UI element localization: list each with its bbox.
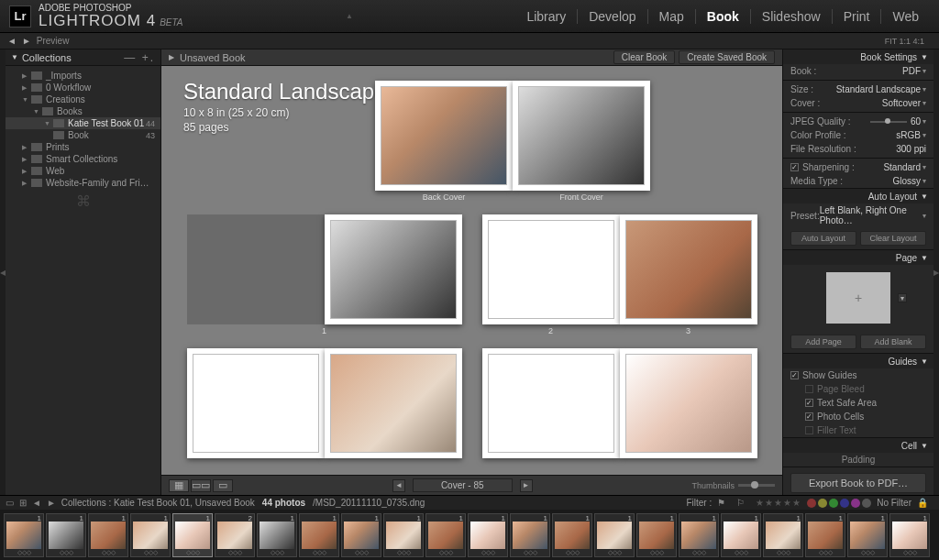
jpeg-slider[interactable]	[870, 121, 907, 123]
tree-item[interactable]: ▼Books	[6, 105, 160, 117]
second-window-icon[interactable]: ▭	[6, 498, 14, 508]
filmstrip-thumb[interactable]: 1◇◇◇	[46, 513, 86, 557]
page-prev-button[interactable]: ◄	[392, 479, 405, 492]
filmstrip-thumb[interactable]: 1◇◇◇	[299, 513, 339, 557]
module-develop[interactable]: Develop	[578, 9, 647, 24]
spread-view-button[interactable]: ▭▭	[191, 479, 211, 492]
textsafe-check[interactable]: ✓	[805, 399, 813, 407]
filmstrip-thumb[interactable]: 1◇◇◇	[721, 513, 761, 557]
book-canvas[interactable]: Standard Landscape 10 x 8 in (25 x 20 cm…	[161, 66, 782, 475]
tree-item[interactable]: ▶Smart Collections	[6, 153, 160, 165]
module-web[interactable]: Web	[881, 9, 930, 24]
filter-preset[interactable]: No Filter	[877, 498, 911, 508]
nav-back-icon[interactable]: ◄	[32, 498, 41, 508]
add-page-button[interactable]: Add Page	[790, 335, 856, 349]
filmstrip[interactable]: 1◇◇◇1◇◇◇1◇◇◇1◇◇◇1◇◇◇2◇◇◇1◇◇◇1◇◇◇1◇◇◇1◇◇◇…	[0, 510, 939, 560]
filmstrip-thumb[interactable]: 1◇◇◇	[763, 513, 803, 557]
thumb-size-slider[interactable]	[738, 484, 775, 487]
filmstrip-thumb[interactable]: 1◇◇◇	[847, 513, 888, 557]
filmstrip-thumb[interactable]: 1◇◇◇	[510, 513, 550, 557]
cell-header[interactable]: Cell▼	[783, 438, 933, 453]
tree-item[interactable]: Book43	[6, 129, 160, 141]
page-next-button[interactable]: ►	[520, 479, 533, 492]
preview-label[interactable]: Preview	[37, 36, 70, 46]
book-type-select[interactable]: PDF	[902, 66, 921, 76]
module-slideshow[interactable]: Slideshow	[751, 9, 833, 24]
back-cover-page[interactable]	[375, 81, 513, 191]
filmstrip-path[interactable]: Collections : Katie Test Book 01, Unsave…	[61, 498, 255, 508]
module-map[interactable]: Map	[648, 9, 696, 24]
cover-select[interactable]: Softcover	[882, 98, 921, 108]
page-4[interactable]	[187, 348, 325, 458]
page-5[interactable]	[325, 348, 462, 458]
collections-controls[interactable]: — +.	[124, 51, 155, 64]
filmstrip-thumb[interactable]: 1◇◇◇	[552, 513, 592, 557]
bleed-check[interactable]	[805, 385, 813, 393]
book-settings-header[interactable]: Book Settings▼	[783, 49, 933, 64]
filmstrip-thumb[interactable]: 1◇◇◇	[425, 513, 466, 557]
nav-fwd-icon[interactable]: ►	[47, 498, 56, 508]
show-guides-check[interactable]: ✓	[790, 371, 799, 379]
nav-back-icon[interactable]: ◄	[7, 36, 17, 46]
filler-check[interactable]	[805, 426, 813, 434]
tree-item[interactable]: ▶Prints	[6, 141, 160, 153]
preset-select[interactable]: Left Blank, Right One Photo…	[820, 205, 921, 225]
front-cover-page[interactable]	[513, 81, 650, 191]
page-indicator[interactable]: Cover - 85	[413, 478, 513, 492]
filter-lock-icon[interactable]: 🔒	[917, 498, 928, 508]
page-3[interactable]	[620, 214, 757, 324]
tree-item[interactable]: ▶0 Workflow	[6, 82, 160, 93]
tree-item[interactable]: ▶Web	[6, 165, 160, 177]
tree-item[interactable]: ▶_Imports	[6, 70, 160, 82]
filmstrip-thumb[interactable]: 1◇◇◇	[889, 513, 930, 557]
filmstrip-thumb[interactable]: 1◇◇◇	[172, 513, 213, 557]
filmstrip-thumb[interactable]: 1◇◇◇	[468, 513, 508, 557]
nav-fwd-icon[interactable]: ►	[22, 36, 31, 46]
auto-layout-button[interactable]: Auto Layout	[790, 231, 856, 246]
media-select[interactable]: Glossy	[892, 176, 921, 186]
clear-book-button[interactable]: Clear Book	[613, 50, 675, 64]
collapse-top-icon[interactable]: ▲	[346, 12, 353, 20]
single-view-button[interactable]: ▭	[213, 479, 233, 492]
page-6[interactable]	[482, 348, 620, 458]
res-value[interactable]: 300 ppi	[896, 144, 926, 154]
auto-layout-header[interactable]: Auto Layout▼	[783, 189, 933, 203]
jpeg-value[interactable]: 60	[911, 116, 921, 126]
filmstrip-thumb[interactable]: 1◇◇◇	[636, 513, 677, 557]
template-menu-button[interactable]: ▾	[898, 293, 907, 302]
grid-icon[interactable]: ⊞	[19, 498, 27, 508]
filmstrip-thumb[interactable]: 1◇◇◇	[679, 513, 719, 557]
collections-header[interactable]: ▼ Collections — +.	[6, 49, 160, 66]
size-select[interactable]: Standard Landscape	[836, 84, 921, 94]
page-header[interactable]: Page▼	[783, 250, 933, 265]
filmstrip-thumb[interactable]: 1◇◇◇	[4, 513, 44, 557]
filmstrip-thumb[interactable]: 1◇◇◇	[383, 513, 424, 557]
page-template-preview[interactable]: + ▾	[826, 272, 890, 324]
clear-layout-button[interactable]: Clear Layout	[860, 231, 926, 246]
module-book[interactable]: Book	[696, 9, 751, 24]
create-saved-book-button[interactable]: Create Saved Book	[679, 50, 775, 64]
module-print[interactable]: Print	[833, 9, 882, 24]
multi-page-view-button[interactable]: ▦	[169, 479, 189, 492]
page-1[interactable]	[325, 214, 462, 324]
cells-check[interactable]: ✓	[805, 412, 813, 421]
sharp-check[interactable]: ✓	[790, 163, 799, 171]
right-handle[interactable]: ▶	[933, 49, 939, 495]
filmstrip-thumb[interactable]: 1◇◇◇	[594, 513, 635, 557]
tree-item[interactable]: ▼Creations	[6, 93, 160, 105]
export-pdf-button[interactable]: Export Book to PDF…	[790, 473, 926, 493]
page-7[interactable]	[620, 348, 757, 458]
star-filter[interactable]: ★★★★★	[756, 498, 801, 508]
module-library[interactable]: Library	[515, 9, 578, 24]
filmstrip-thumb[interactable]: 1◇◇◇	[88, 513, 128, 557]
sharp-select[interactable]: Standard	[883, 162, 921, 172]
color-filter[interactable]	[807, 499, 871, 508]
tree-item[interactable]: ▼Katie Test Book 0144	[6, 117, 160, 129]
tree-item[interactable]: ▶Website-Family and Fri…	[6, 177, 160, 189]
filmstrip-thumb[interactable]: 1◇◇◇	[805, 513, 845, 557]
profile-select[interactable]: sRGB	[896, 130, 921, 140]
filmstrip-thumb[interactable]: 2◇◇◇	[215, 513, 255, 557]
page-blank[interactable]	[187, 214, 325, 324]
filmstrip-thumb[interactable]: 1◇◇◇	[257, 513, 297, 557]
flag-picked-icon[interactable]: ⚑	[717, 498, 725, 508]
